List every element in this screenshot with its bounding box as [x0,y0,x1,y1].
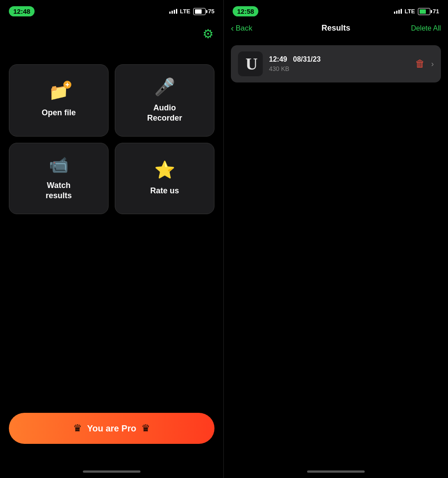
gear-icon: ⚙ [203,27,214,41]
recordings-list: U 12:49 08/31/23 430 KB 🗑 › [224,38,448,90]
right-carrier-label: LTE [405,8,415,15]
left-home-indicator [83,470,140,473]
right-battery-percent: 71 [433,8,439,15]
recording-thumb-icon: U [240,54,261,74]
camera-icon: 📹 [49,156,69,174]
page-title: Results [321,24,350,33]
delete-all-button[interactable]: Delete All [411,24,441,32]
pro-button[interactable]: ♛ You are Pro ♛ [9,413,214,444]
recording-item[interactable]: U 12:49 08/31/23 430 KB 🗑 › [231,45,441,82]
right-battery-fill [420,9,426,14]
watch-results-button[interactable]: 📹 Watchresults [9,143,109,214]
back-button[interactable]: ‹ Back [231,24,252,33]
open-file-label: Open file [42,108,76,118]
right-spacer [224,90,448,470]
open-file-button[interactable]: 📁+ Open file [9,64,109,137]
right-status-right: LTE 71 [394,8,439,15]
crown-left-icon: ♛ [73,423,82,434]
recording-time-date: 12:49 08/31/23 [269,55,409,63]
right-time: 12:58 [233,6,258,16]
rate-us-label: Rate us [150,186,179,196]
left-time: 12:48 [9,6,35,16]
recording-thumbnail: U [238,51,263,76]
folder-icon: 📁+ [49,82,69,102]
recording-actions: 🗑 › [415,58,434,70]
battery-icon [193,8,206,15]
right-phone: 12:58 LTE 71 ‹ Back Results Delete All [224,0,448,478]
right-home-indicator [307,470,365,473]
right-battery-icon [418,8,430,15]
star-icon: ⭐ [154,160,175,180]
svg-text:U: U [245,55,257,73]
left-status-right: LTE 75 [169,8,214,15]
battery-fill [195,9,202,14]
recording-size: 430 KB [269,65,409,72]
rate-us-button[interactable]: ⭐ Rate us [115,143,214,214]
crown-right-icon: ♛ [141,423,150,434]
signal-icon [169,9,177,14]
microphone-icon: 🎤 [154,77,175,97]
carrier-label: LTE [180,8,191,15]
left-status-bar: 12:48 LTE 75 [0,0,223,20]
recording-info: 12:49 08/31/23 430 KB [269,55,409,72]
settings-button[interactable]: ⚙ [203,27,214,41]
left-phone: 12:48 LTE 75 ⚙ 📁+ Open file 🎤 AudioRecor… [0,0,224,478]
chevron-right-icon: › [431,59,434,69]
recording-date: 08/31/23 [293,55,320,63]
main-grid: 📁+ Open file 🎤 AudioRecorder 📹 Watchresu… [0,55,223,223]
pro-button-label: You are Pro [87,423,136,434]
watch-results-label: Watchresults [46,180,72,201]
battery-percent: 75 [208,8,214,15]
audio-recorder-label: AudioRecorder [147,103,182,124]
nav-bar: ‹ Back Results Delete All [224,20,448,38]
recording-time: 12:49 [269,55,287,63]
right-signal-icon [394,9,402,14]
audio-recorder-button[interactable]: 🎤 AudioRecorder [115,64,214,137]
right-status-bar: 12:58 LTE 71 [224,0,448,20]
chevron-left-icon: ‹ [231,24,234,32]
back-label: Back [236,24,253,33]
delete-recording-button[interactable]: 🗑 [415,58,425,70]
